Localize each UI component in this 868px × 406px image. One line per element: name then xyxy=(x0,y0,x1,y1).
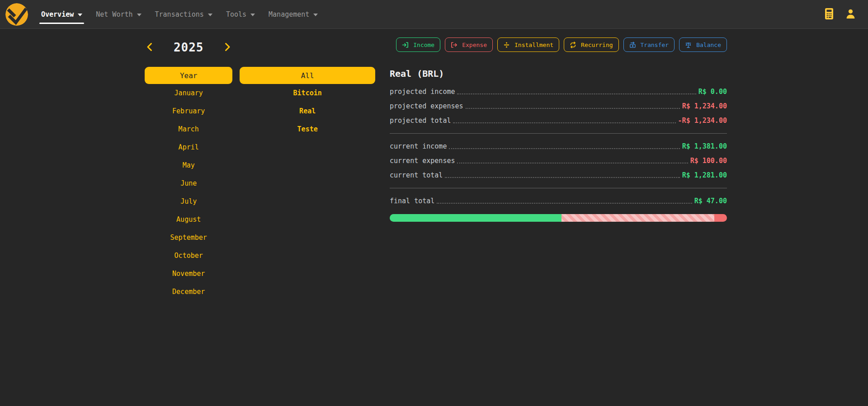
dotted-leader xyxy=(437,203,692,204)
wallet-summary-title: Real (BRL) xyxy=(390,68,727,79)
progress-segment-current-expenses xyxy=(714,214,727,222)
summary-row-current-income: current income R$ 1,381.00 xyxy=(390,139,727,154)
nav-label: Overview xyxy=(41,10,74,19)
previous-year-button[interactable] xyxy=(146,42,153,54)
month-august[interactable]: August xyxy=(145,210,232,229)
row-value: R$ 100.00 xyxy=(690,157,727,165)
row-label: projected income xyxy=(390,88,455,96)
caret-down-icon xyxy=(313,14,318,16)
money-transfer-icon xyxy=(629,42,636,48)
nav-item-transactions[interactable]: Transactions xyxy=(148,0,219,28)
year-filter-button[interactable]: Year xyxy=(145,67,232,84)
wallet-real[interactable]: Real xyxy=(240,102,375,120)
filter-label: Income xyxy=(413,42,434,48)
spacer xyxy=(240,37,375,67)
wallets-column: All Bitcoin Real Teste xyxy=(236,37,379,301)
month-september[interactable]: September xyxy=(145,229,232,247)
dotted-leader xyxy=(457,163,688,163)
caret-down-icon xyxy=(78,14,82,16)
row-label: current total xyxy=(390,171,443,179)
arrow-out-of-bracket-icon xyxy=(451,42,458,48)
month-june[interactable]: June xyxy=(145,174,232,192)
filter-transfer-button[interactable]: Transfer xyxy=(623,37,675,52)
calculator-icon xyxy=(824,8,834,21)
filter-recurring-button[interactable]: Recurring xyxy=(564,37,618,52)
nav-label: Net Worth xyxy=(96,10,132,19)
nav-label: Tools xyxy=(226,10,246,19)
dotted-leader xyxy=(466,108,680,109)
row-value: R$ 0.00 xyxy=(698,88,727,96)
filter-balance-button[interactable]: Balance xyxy=(679,37,727,52)
filter-label: Recurring xyxy=(581,42,613,48)
summary-row-projected-income: projected income R$ 0.00 xyxy=(390,84,727,99)
dotted-leader xyxy=(453,122,675,123)
month-january[interactable]: January xyxy=(145,84,232,102)
caret-down-icon xyxy=(208,14,212,16)
brand-logo[interactable] xyxy=(5,3,28,26)
month-list: January February March April May June Ju… xyxy=(145,84,232,301)
row-label: current income xyxy=(390,142,447,150)
nav-item-overview[interactable]: Overview xyxy=(34,0,89,28)
filter-label: Installment xyxy=(514,42,553,48)
nav-item-net-worth[interactable]: Net Worth xyxy=(89,0,148,28)
user-profile-button[interactable] xyxy=(845,8,856,21)
month-may[interactable]: May xyxy=(145,156,232,174)
summary-rows: projected income R$ 0.00 projected expen… xyxy=(390,84,727,208)
transaction-type-filters: Income Expense Installment xyxy=(390,37,727,52)
summary-row-current-expenses: current expenses R$ 100.00 xyxy=(390,154,727,168)
row-label: projected total xyxy=(390,117,451,125)
filter-label: Balance xyxy=(696,42,721,48)
caret-down-icon xyxy=(250,14,255,16)
row-value: -R$ 1,234.00 xyxy=(678,117,727,125)
progress-segment-income xyxy=(390,214,561,222)
month-february[interactable]: February xyxy=(145,102,232,120)
row-value: R$ 1,381.00 xyxy=(682,142,727,150)
wallet-list: Bitcoin Real Teste xyxy=(240,84,375,138)
months-column: 2025 Year January February March April xyxy=(141,37,236,301)
balance-scale-icon xyxy=(685,42,692,48)
divide-icon xyxy=(503,42,510,48)
summary-row-projected-expenses: projected expenses R$ 1,234.00 xyxy=(390,99,727,113)
nav-item-management[interactable]: Management xyxy=(262,0,325,28)
filter-label: Transfer xyxy=(641,42,669,48)
current-year: 2025 xyxy=(174,41,204,54)
wallet-bitcoin[interactable]: Bitcoin xyxy=(240,84,375,102)
month-november[interactable]: November xyxy=(145,265,232,283)
month-april[interactable]: April xyxy=(145,138,232,156)
wallet-teste[interactable]: Teste xyxy=(240,120,375,138)
divider xyxy=(390,133,727,134)
filter-installment-button[interactable]: Installment xyxy=(497,37,559,52)
nav-label: Management xyxy=(269,10,309,19)
caret-down-icon xyxy=(137,14,142,16)
filter-income-button[interactable]: Income xyxy=(396,37,440,52)
next-year-button[interactable] xyxy=(224,42,231,54)
month-march[interactable]: March xyxy=(145,120,232,138)
row-value: R$ 1,234.00 xyxy=(682,102,727,110)
month-october[interactable]: October xyxy=(145,247,232,265)
arrow-into-bracket-icon xyxy=(402,42,409,48)
nav-item-tools[interactable]: Tools xyxy=(219,0,262,28)
summary-row-final-total: final total R$ 47.00 xyxy=(390,194,727,208)
calculator-button[interactable] xyxy=(824,8,834,21)
period-wallet-panel: 2025 Year January February March April xyxy=(136,37,384,301)
main-menu: Overview Net Worth Transactions Tools Ma… xyxy=(34,0,325,28)
all-wallets-button[interactable]: All xyxy=(240,67,375,84)
month-july[interactable]: July xyxy=(145,192,232,210)
nav-label: Transactions xyxy=(155,10,204,19)
filter-label: Expense xyxy=(462,42,487,48)
dotted-leader xyxy=(449,148,679,149)
filter-expense-button[interactable]: Expense xyxy=(445,37,493,52)
row-value: R$ 47.00 xyxy=(694,197,727,205)
row-value: R$ 1,281.00 xyxy=(682,171,727,179)
navbar-actions xyxy=(824,8,856,21)
user-icon xyxy=(845,8,856,21)
divider xyxy=(390,188,727,188)
summary-row-projected-total: projected total -R$ 1,234.00 xyxy=(390,113,727,128)
row-label: current expenses xyxy=(390,157,455,165)
summary-row-current-total: current total R$ 1,281.00 xyxy=(390,168,727,182)
main-content: 2025 Year January February March April xyxy=(136,29,732,301)
progress-segment-projected-expenses xyxy=(561,214,715,222)
month-december[interactable]: December xyxy=(145,283,232,301)
chevron-right-icon xyxy=(225,42,231,53)
app-page: Overview Net Worth Transactions Tools Ma… xyxy=(0,0,868,406)
